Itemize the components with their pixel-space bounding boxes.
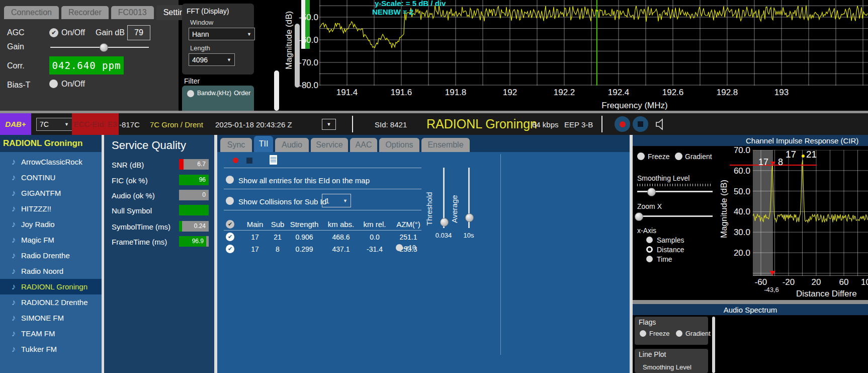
x-axis-time-radio[interactable]	[646, 256, 653, 262]
frametime-value: 96.9	[192, 238, 204, 245]
tab-options[interactable]: Options	[379, 138, 419, 152]
tab-aac[interactable]: AAC	[350, 138, 377, 152]
list-item[interactable]: ♪RADIONL2 Drenthe	[0, 294, 102, 310]
cir-plot	[753, 150, 868, 276]
cir-peak-label: 21	[806, 149, 817, 160]
cir-peak-label: 8	[778, 157, 783, 168]
list-item-selected[interactable]: ♪RADIONL Groningn	[0, 279, 102, 294]
filter-group: Bandw.(kHz) Order	[182, 86, 254, 112]
document-icon[interactable]	[270, 155, 277, 165]
music-note-icon: ♪	[6, 266, 21, 276]
eep-profile: EEP 3-B	[564, 120, 593, 129]
stop-square-icon[interactable]	[246, 158, 252, 164]
vertical-scrollbar[interactable]	[712, 317, 715, 373]
x-axis-samples-radio[interactable]	[646, 237, 653, 243]
fic-value: 96	[199, 176, 206, 183]
list-item[interactable]: ♪TEAM FM	[0, 326, 102, 341]
tab-audio[interactable]: Audio	[275, 138, 309, 152]
smoothing-slider-thumb[interactable]	[647, 188, 656, 196]
bias-t-radio[interactable]	[49, 80, 58, 88]
cir-gradient-radio[interactable]	[675, 153, 682, 160]
x-axis-distance-radio[interactable]	[646, 246, 653, 253]
frametime-bar: 96.9	[179, 236, 209, 247]
gain-slider-thumb[interactable]	[100, 43, 108, 52]
row-check[interactable]: ✔	[226, 245, 234, 253]
music-note-icon: ♪	[6, 329, 21, 339]
fft-window-select[interactable]: Hann▼	[189, 28, 255, 40]
gain-db-field[interactable]: 79	[127, 25, 150, 40]
show-collisions-radio[interactable]	[226, 197, 234, 205]
line-plot-group: Line Plot Smoothing Level	[635, 349, 708, 373]
line-plot-label: Line Plot	[639, 350, 666, 358]
eid-suffix: -817C	[119, 120, 140, 129]
select-all-check[interactable]: ✔	[226, 220, 234, 229]
list-item[interactable]: ♪Joy Radio	[0, 216, 102, 232]
cir-gradient-label: Gradient	[685, 153, 712, 161]
record-button[interactable]	[615, 116, 630, 132]
tab-connection[interactable]: Connection	[4, 6, 59, 19]
corr-label: Corr.	[7, 61, 25, 70]
list-item[interactable]: ♪SIMONE FM	[0, 310, 102, 326]
record-dot-icon[interactable]	[233, 158, 238, 163]
vertical-scrollbar[interactable]	[274, 70, 279, 111]
fft-display-group: FFT (Display) Window Hann▼ Length 4096▼	[182, 4, 254, 74]
as-gradient-label: Gradient	[685, 330, 711, 337]
snr-value: 6.7	[197, 161, 206, 168]
zoom-x-slider-track[interactable]	[637, 215, 713, 217]
cell-km-rel: 0.0	[359, 233, 391, 241]
cir-x-tick: -20	[783, 277, 795, 287]
zoom-x-slider-thumb[interactable]	[635, 212, 643, 221]
tab-sync[interactable]: Sync	[220, 138, 252, 152]
spectrum-y-axis-label: Magnitude (dB)	[284, 0, 295, 81]
spectrum-yscale-note: y-Scale: = 5 dB / div	[375, 0, 446, 8]
as-gradient-radio[interactable]	[676, 330, 682, 337]
list-item[interactable]: ♪HITZZZ!!	[0, 201, 102, 216]
stop-button[interactable]	[633, 116, 648, 132]
music-note-icon: ♪	[6, 173, 21, 183]
spectrum-x-tick: 193	[774, 88, 789, 98]
as-freeze-radio[interactable]	[640, 330, 646, 337]
list-item[interactable]: ♪Magic FM	[0, 232, 102, 248]
list-item[interactable]: ♪Tukker FM	[0, 341, 102, 357]
service-name: Joy Radio	[21, 220, 55, 229]
agc-checkbox[interactable]: ✔	[49, 28, 58, 37]
cir-x-axis-label: Distance Differe	[796, 289, 857, 299]
cir-y-tick: 20.0	[724, 248, 750, 258]
flags-group: Flags Freeze Gradient	[635, 317, 708, 345]
list-item[interactable]: ♪ArrowClassicRock	[0, 154, 102, 170]
cir-panel-title: Channel Impulse Response (CIR)	[633, 135, 868, 146]
service-id: SId: 8421	[375, 120, 407, 129]
average-slider-thumb[interactable]	[465, 213, 474, 222]
service-name: ArrowClassicRock	[21, 158, 82, 166]
channel-select[interactable]: 7C▼	[36, 118, 72, 131]
list-item[interactable]: ♪CONTINU	[0, 170, 102, 185]
speaker-icon[interactable]	[654, 117, 668, 131]
subid-select[interactable]: 1▼	[322, 194, 351, 207]
fft-group-title: FFT (Display)	[187, 7, 229, 15]
corr-value: 042.640 ppm	[49, 56, 124, 74]
show-all-entries-radio[interactable]	[226, 176, 234, 184]
filter-bandw-radio[interactable]	[187, 90, 194, 97]
x-axis-time-label: Time	[657, 255, 672, 263]
tab-tii[interactable]: TII	[254, 136, 273, 152]
bias-t-label: Bias-T	[7, 81, 30, 90]
vertical-slider[interactable]	[295, 24, 300, 88]
tab-recorder[interactable]: Recorder	[61, 6, 109, 19]
tab-ensemble[interactable]: Ensemble	[421, 138, 470, 152]
current-service-name: RADIONL Groningn	[426, 117, 537, 131]
service-list: ♪ArrowClassicRock ♪CONTINU ♪GIGANTFM ♪HI…	[0, 152, 102, 357]
row-check[interactable]: ✔	[226, 233, 234, 241]
spectrum-y-tick: -80.0	[296, 81, 318, 91]
cir-freeze-radio[interactable]	[637, 153, 645, 160]
list-item[interactable]: ♪GIGANTFM	[0, 185, 102, 201]
cell-km-abs: 468.6	[323, 233, 359, 241]
x10-radio[interactable]	[396, 244, 403, 251]
list-item[interactable]: ♪Radio Noord	[0, 263, 102, 279]
cir-x-tick: 100	[861, 277, 868, 287]
service-dropdown-button[interactable]: ▼	[322, 119, 336, 130]
threshold-slider-thumb[interactable]	[440, 218, 449, 227]
tab-service[interactable]: Service	[311, 138, 348, 152]
tab-fc0013[interactable]: FC0013	[111, 6, 154, 19]
list-item[interactable]: ♪Radio Drenthe	[0, 248, 102, 263]
fft-length-select[interactable]: 4096▼	[189, 53, 235, 66]
